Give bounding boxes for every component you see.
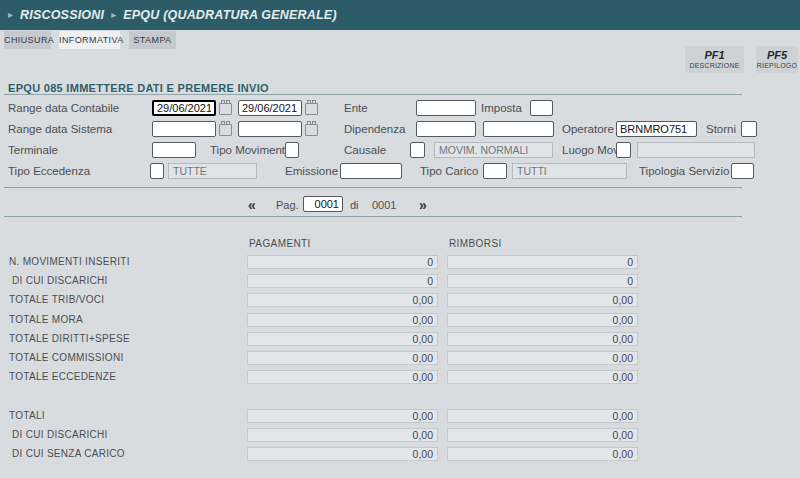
total-pages-value: 0001 <box>372 199 396 212</box>
row-label: N. MOVIMENTI INSERITI <box>9 255 130 269</box>
rimborsi-value: 0,00 <box>447 370 638 384</box>
tab-stampa[interactable]: STAMPA <box>129 31 176 49</box>
pagamenti-value: 0 <box>247 274 438 288</box>
pagamenti-value: 0,00 <box>247 351 438 365</box>
page-title: EPQU 085 IMMETTERE DATI E PREMERE INVIO <box>8 82 269 94</box>
tipo-movimento-label: Tipo Movimento <box>210 144 291 157</box>
tipo-eccedenza-descr-field: TUTTE <box>168 163 257 179</box>
operatore-label: Operatore <box>562 123 614 136</box>
tipologia-servizio-input[interactable] <box>731 163 754 179</box>
storni-input[interactable] <box>741 121 757 137</box>
rimborsi-value: 0,00 <box>447 447 638 461</box>
row-label: TOTALI <box>9 409 45 423</box>
range-data-contabile-to-input[interactable] <box>238 100 302 116</box>
calendar-icon[interactable] <box>305 103 318 115</box>
pagamenti-value: 0,00 <box>247 428 438 442</box>
page-number-input[interactable] <box>303 196 343 212</box>
rimborsi-value: 0,00 <box>447 351 638 365</box>
dipendenza-input-2[interactable] <box>483 121 554 137</box>
pagamenti-value: 0,00 <box>247 447 438 461</box>
pagamenti-value: 0,00 <box>247 313 438 327</box>
emissione-label: Emissione <box>285 165 338 178</box>
row-label: DI CUI SENZA CARICO <box>12 447 125 461</box>
calendar-icon[interactable] <box>219 124 232 136</box>
top-bar: ▸ RISCOSSIONI ▸ EPQU (QUADRATURA GENERAL… <box>0 0 800 30</box>
column-header-rimborsi: RIMBORSI <box>449 238 502 249</box>
breadcrumb-arrow-icon: ▸ <box>111 0 116 30</box>
terminale-label: Terminale <box>8 144 58 157</box>
range-data-sistema-label: Range data Sistema <box>8 123 112 136</box>
luogo-mov-input[interactable] <box>616 142 631 158</box>
range-data-sistema-to-input[interactable] <box>238 121 302 137</box>
range-data-sistema-from-input[interactable] <box>152 121 216 137</box>
causale-label: Causale <box>344 144 386 157</box>
breadcrumb-arrow-icon: ▸ <box>8 0 13 30</box>
emissione-input[interactable] <box>340 163 402 179</box>
pf1-descrizione-button[interactable]: PF1 DESCRIZIONE <box>685 46 744 73</box>
rimborsi-value: 0,00 <box>447 428 638 442</box>
operatore-input[interactable] <box>616 121 697 137</box>
causale-code-input[interactable] <box>410 142 425 158</box>
terminale-input[interactable] <box>152 142 196 158</box>
tab-chiusura[interactable]: CHIUSURA <box>4 31 51 49</box>
breadcrumb-item-riscossioni[interactable]: RISCOSSIONI <box>20 8 104 22</box>
tab-informativa[interactable]: INFORMATIVA <box>59 31 120 49</box>
imposta-input[interactable] <box>530 100 553 116</box>
dipendenza-label: Dipendenza <box>344 123 405 136</box>
row-label: TOTALE COMMISSIONI <box>9 351 124 365</box>
dipendenza-input-1[interactable] <box>416 121 476 137</box>
tipo-eccedenza-input[interactable] <box>150 163 164 179</box>
tipo-carico-descr-field: TUTTI <box>512 163 627 179</box>
pagination-divider-top <box>4 187 742 188</box>
ente-label: Ente <box>344 102 368 115</box>
imposta-label: Imposta <box>481 102 522 115</box>
next-page-icon[interactable]: » <box>419 198 427 212</box>
rimborsi-value: 0,00 <box>447 293 638 307</box>
rimborsi-value: 0,00 <box>447 409 638 423</box>
pf5-key-label: PF5 <box>756 50 798 61</box>
rimborsi-value: 0 <box>447 274 638 288</box>
row-label: DI CUI DISCARICHI <box>12 428 108 442</box>
title-divider <box>4 94 742 95</box>
pf5-text-label: RIEPILOGO <box>756 61 798 71</box>
rimborsi-value: 0,00 <box>447 313 638 327</box>
pagamenti-value: 0,00 <box>247 293 438 307</box>
pagamenti-value: 0 <box>247 255 438 269</box>
row-label: TOTALE ECCEDENZE <box>9 370 116 384</box>
breadcrumb-item-epqu[interactable]: EPQU (QUADRATURA GENERALE) <box>123 8 337 22</box>
calendar-icon[interactable] <box>219 103 232 115</box>
pag-label: Pag. <box>276 199 299 212</box>
tipo-carico-label: Tipo Carico <box>420 165 478 178</box>
calendar-icon[interactable] <box>305 124 318 136</box>
row-label: TOTALE TRIB/VOCI <box>9 293 104 307</box>
causale-descr-field: MOVIM. NORMALI <box>434 142 553 158</box>
epqu-screen: ▸ RISCOSSIONI ▸ EPQU (QUADRATURA GENERAL… <box>0 0 800 478</box>
pf1-key-label: PF1 <box>685 50 744 61</box>
row-label: TOTALE MORA <box>9 313 83 327</box>
pf5-riepilogo-button[interactable]: PF5 RIEPILOGO <box>756 46 798 73</box>
tipo-eccedenza-label: Tipo Eccedenza <box>8 165 90 178</box>
tipologia-servizio-label: Tipologia Servizio <box>639 165 729 178</box>
range-data-contabile-from-input[interactable] <box>152 100 216 116</box>
pagination-divider-bottom <box>4 216 742 217</box>
ente-input[interactable] <box>416 100 476 116</box>
row-label: TOTALE DIRITTI+SPESE <box>9 332 130 346</box>
rimborsi-value: 0,00 <box>447 332 638 346</box>
pf1-text-label: DESCRIZIONE <box>685 61 744 71</box>
pagamenti-value: 0,00 <box>247 332 438 346</box>
luogo-mov-descr-field <box>637 142 755 158</box>
column-header-pagamenti: PAGAMENTI <box>249 238 311 249</box>
range-data-contabile-label: Range data Contabile <box>8 102 119 115</box>
pagamenti-value: 0,00 <box>247 409 438 423</box>
prev-page-icon[interactable]: « <box>248 198 256 212</box>
of-label: di <box>350 199 359 212</box>
breadcrumb: ▸ RISCOSSIONI ▸ EPQU (QUADRATURA GENERAL… <box>8 0 337 30</box>
rimborsi-value: 0 <box>447 255 638 269</box>
tipo-carico-input[interactable] <box>483 163 507 179</box>
storni-label: Storni <box>706 123 736 136</box>
luogo-mov-label: Luogo Mov. <box>562 144 621 157</box>
tipo-movimento-input[interactable] <box>285 142 299 158</box>
pagamenti-value: 0,00 <box>247 370 438 384</box>
row-label: DI CUI DISCARICHI <box>12 274 108 288</box>
